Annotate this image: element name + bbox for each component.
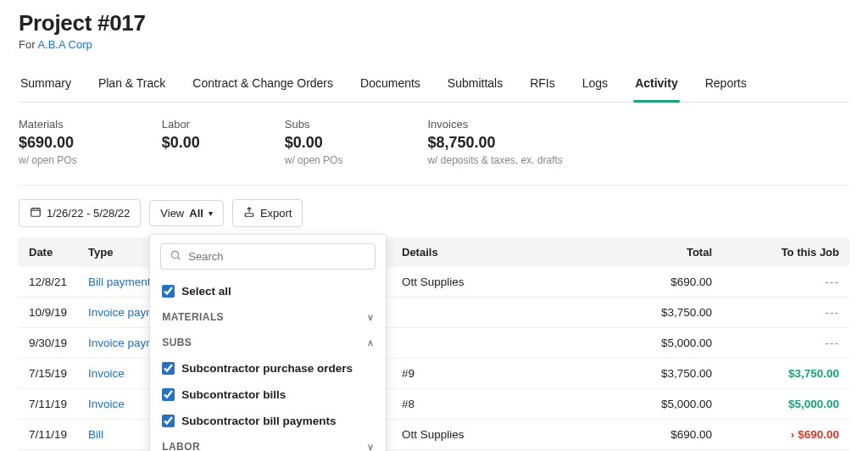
cell-to-job: --- <box>722 298 849 328</box>
activity-type-link[interactable]: Bill payment <box>88 276 151 288</box>
cell-details: #8 <box>392 389 578 420</box>
page-subtitle: For A.B.A Corp <box>19 38 849 51</box>
caret-down-icon: ▾ <box>209 209 213 218</box>
cell-to-job: $5,000.00 <box>722 389 849 420</box>
filter-option-checkbox[interactable] <box>162 362 175 375</box>
cell-details <box>392 298 578 328</box>
col-date[interactable]: Date <box>19 237 78 267</box>
summary-labor-label: Labor <box>162 118 200 131</box>
filter-option[interactable]: Subcontractor bill payments <box>150 408 386 434</box>
filter-option[interactable]: Subcontractor purchase orders <box>150 355 386 381</box>
filter-search-box <box>160 243 376 270</box>
svg-rect-2 <box>245 214 253 217</box>
cell-date: 9/30/19 <box>19 328 78 359</box>
activity-type-link[interactable]: Invoice <box>88 398 125 410</box>
filter-option-label: Subcontractor bill payments <box>181 415 336 427</box>
table-row: 10/9/19Invoice payme$3,750.00--- <box>19 298 849 328</box>
summary-invoices-sub: w/ deposits & taxes, ex. drafts <box>427 154 562 166</box>
summary-materials-value: $690.00 <box>19 134 77 152</box>
filter-option-checkbox[interactable] <box>162 388 175 401</box>
cell-to-job: $3,750.00 <box>722 359 849 389</box>
activity-table: Date Type Details Total To this Job 12/8… <box>19 237 849 450</box>
search-icon <box>170 249 181 264</box>
calendar-icon <box>30 206 42 220</box>
summary-subs: Subs $0.00 w/ open POs <box>285 118 343 166</box>
cell-total: $5,000.00 <box>578 328 722 359</box>
tab-contract-change-orders[interactable]: Contract & Change Orders <box>191 68 335 102</box>
table-row: 12/8/21Bill paymentOtt Supplies$690.00--… <box>19 267 849 298</box>
filter-group-materials-label: MATERIALS <box>162 311 224 323</box>
tab-submittals[interactable]: Submittals <box>446 68 504 102</box>
cell-date: 7/15/19 <box>19 359 78 389</box>
table-row: 9/30/19Invoice payme$5,000.00--- <box>19 328 849 359</box>
tab-summary[interactable]: Summary <box>19 68 73 102</box>
filter-group-subs[interactable]: SUBS ∧ <box>150 330 386 355</box>
date-range-label: 1/26/22 - 5/28/22 <box>47 207 130 220</box>
tab-rfis[interactable]: RFIs <box>528 68 557 102</box>
filter-select-all-label: Select all <box>181 285 231 298</box>
col-to-job[interactable]: To this Job <box>722 237 849 267</box>
chevron-right-icon: › <box>791 428 795 441</box>
export-label: Export <box>260 207 292 220</box>
filter-option-label: Subcontractor bills <box>181 388 286 401</box>
view-filter-value: All <box>189 207 203 220</box>
export-icon <box>243 206 255 220</box>
view-filter-label: View <box>160 207 184 220</box>
cell-total: $690.00 <box>578 267 722 298</box>
col-details[interactable]: Details <box>392 237 578 267</box>
filter-group-subs-label: SUBS <box>162 337 192 348</box>
cell-total: $3,750.00 <box>578 359 722 389</box>
filter-group-labor[interactable]: LABOR ∨ <box>150 434 386 451</box>
filter-select-all-checkbox[interactable] <box>162 285 175 298</box>
cell-total: $5,000.00 <box>578 389 722 420</box>
cell-date: 7/11/19 <box>19 389 78 420</box>
table-row: 7/11/19BillOtt Supplies$690.00›$690.00 <box>19 420 849 450</box>
filter-select-all[interactable]: Select all <box>150 278 386 304</box>
svg-rect-0 <box>31 209 41 216</box>
customer-link[interactable]: A.B.A Corp <box>37 38 92 51</box>
chevron-up-icon: ∧ <box>367 337 374 348</box>
summary-subs-sub: w/ open POs <box>285 154 343 166</box>
tab-activity[interactable]: Activity <box>633 68 680 102</box>
view-filter-button[interactable]: View All ▾ <box>149 200 224 226</box>
filter-search-input[interactable] <box>188 250 366 263</box>
date-range-picker[interactable]: 1/26/22 - 5/28/22 <box>19 199 141 227</box>
table-row: 7/11/19Invoice#8$5,000.00$5,000.00 <box>19 389 849 420</box>
filter-option[interactable]: Subcontractor bills <box>150 381 386 408</box>
tab-documents[interactable]: Documents <box>359 68 422 102</box>
tab-reports[interactable]: Reports <box>704 68 748 102</box>
activity-type-link[interactable]: Bill <box>88 428 103 441</box>
cell-date: 12/8/21 <box>19 267 78 298</box>
summary-materials-sub: w/ open POs <box>19 154 77 166</box>
summary-invoices-label: Invoices <box>427 118 562 131</box>
cell-total: $690.00 <box>578 420 722 450</box>
summary-materials-label: Materials <box>19 118 77 131</box>
cell-date: 10/9/19 <box>19 298 78 328</box>
summary-invoices-value: $8,750.00 <box>427 134 562 152</box>
cell-details: Ott Supplies <box>392 267 578 298</box>
filter-option-checkbox[interactable] <box>162 415 175 427</box>
col-total[interactable]: Total <box>578 237 722 267</box>
cell-to-job: --- <box>722 267 849 298</box>
subtitle-prefix: For <box>19 38 37 51</box>
table-row: 7/15/19Invoice#9$3,750.00$3,750.00 <box>19 359 849 389</box>
summary-materials: Materials $690.00 w/ open POs <box>19 118 77 166</box>
tab-plan-track[interactable]: Plan & Track <box>97 68 167 102</box>
cell-details: #9 <box>392 359 578 389</box>
chevron-down-icon: ∨ <box>367 442 374 452</box>
summary-subs-label: Subs <box>285 118 343 131</box>
cell-date: 7/11/19 <box>19 420 78 450</box>
cell-details: Ott Supplies <box>392 420 578 450</box>
filter-option-label: Subcontractor purchase orders <box>181 362 353 375</box>
tab-logs[interactable]: Logs <box>581 68 609 102</box>
filter-group-materials[interactable]: MATERIALS ∨ <box>150 304 386 330</box>
summary-cards: Materials $690.00 w/ open POs Labor $0.0… <box>19 118 849 186</box>
summary-labor: Labor $0.00 <box>162 118 200 166</box>
view-filter-panel: Select all MATERIALS ∨ SUBS ∧ Subcontrac… <box>149 234 387 451</box>
summary-labor-value: $0.00 <box>162 134 200 152</box>
summary-subs-value: $0.00 <box>285 134 343 152</box>
export-button[interactable]: Export <box>232 199 303 227</box>
cell-details <box>392 328 578 359</box>
cell-to-job: ›$690.00 <box>722 420 849 450</box>
activity-type-link[interactable]: Invoice <box>88 367 125 380</box>
